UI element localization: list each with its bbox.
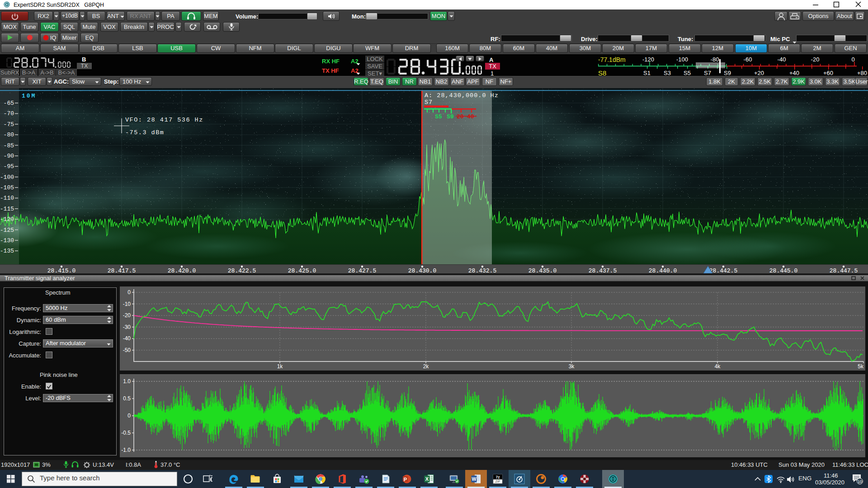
svg-text:S3: S3 (664, 70, 671, 76)
svg-text:-125: -125 (0, 227, 14, 234)
svg-text:-130: -130 (0, 237, 14, 244)
svg-text:28.442.5: 28.442.5 (709, 267, 737, 274)
svg-text:-1.0: -1.0 (121, 447, 131, 453)
svg-text:28.440.0: 28.440.0 (649, 267, 677, 274)
svg-text:-40: -40 (778, 56, 786, 63)
svg-text:10M: 10M (22, 93, 36, 99)
svg-text:-77.1dBm: -77.1dBm (598, 56, 626, 63)
svg-text:-30: -30 (123, 324, 131, 330)
svg-text:X: X (425, 476, 429, 482)
svg-text:-85: -85 (4, 142, 14, 149)
svg-text:28.427.5: 28.427.5 (348, 267, 376, 274)
svg-text:-75: -75 (4, 121, 14, 128)
svg-text:+40: +40 (789, 70, 799, 76)
svg-text:-75.3 dBm: -75.3 dBm (125, 129, 164, 136)
svg-text:28.425.0: 28.425.0 (288, 267, 316, 274)
svg-text:+20: +20 (754, 70, 764, 76)
svg-text:0: 0 (127, 413, 131, 419)
svg-text:28.422.5: 28.422.5 (228, 267, 256, 274)
svg-text:-10: -10 (123, 301, 131, 307)
svg-text:28.420.0: 28.420.0 (168, 267, 196, 274)
svg-text:-80: -80 (711, 56, 719, 63)
svg-text:28.415.0: 28.415.0 (47, 267, 75, 274)
svg-text:-100: -100 (676, 56, 688, 63)
svg-text:-65: -65 (4, 100, 14, 107)
svg-text:-100: -100 (0, 174, 14, 181)
svg-text:ZIP: ZIP (495, 480, 500, 483)
svg-text:S9: S9 (724, 70, 731, 76)
svg-text:-80: -80 (4, 131, 14, 138)
svg-text:10: 10 (858, 479, 862, 484)
svg-text:20: 20 (457, 113, 464, 120)
svg-text:28.445.0: 28.445.0 (769, 267, 797, 274)
svg-text:5k: 5k (858, 363, 864, 370)
svg-text:28.437.5: 28.437.5 (589, 267, 617, 274)
svg-text:-20: -20 (811, 56, 820, 63)
svg-text:P: P (404, 477, 407, 482)
svg-text:+60: +60 (823, 70, 833, 76)
svg-text:0: 0 (127, 289, 131, 296)
svg-text:28.417.5: 28.417.5 (108, 267, 136, 274)
svg-text:-40: -40 (123, 335, 131, 342)
svg-text:0.5: 0.5 (123, 395, 131, 402)
svg-text:28.447.5: 28.447.5 (830, 267, 858, 274)
svg-text:-70: -70 (4, 110, 14, 117)
svg-text:7z: 7z (496, 475, 500, 479)
svg-text:S5: S5 (435, 113, 442, 120)
svg-text:1k: 1k (277, 363, 283, 370)
svg-text:4k: 4k (715, 363, 721, 370)
svg-text:-120: -120 (0, 216, 14, 223)
svg-text:3k: 3k (569, 363, 575, 370)
svg-text:-135: -135 (0, 248, 14, 254)
svg-text:-105: -105 (0, 184, 14, 191)
svg-text:-95: -95 (4, 163, 14, 170)
svg-text:S5: S5 (684, 70, 691, 76)
svg-text:-60: -60 (744, 56, 752, 63)
svg-text:-0.5: -0.5 (121, 430, 131, 436)
svg-text:S1: S1 (643, 70, 651, 76)
svg-text:2k: 2k (423, 363, 429, 370)
svg-text:S7: S7 (704, 70, 711, 76)
svg-text:W: W (472, 476, 476, 482)
svg-text:40: 40 (467, 113, 474, 120)
svg-text:+80: +80 (857, 70, 867, 76)
svg-text:A: 28,430,000.0 Hz: A: 28,430,000.0 Hz (425, 92, 499, 99)
svg-text:1.0: 1.0 (123, 378, 131, 385)
svg-text:28.432.5: 28.432.5 (468, 267, 496, 274)
svg-text:-115: -115 (0, 206, 14, 212)
svg-text:-90: -90 (4, 153, 14, 160)
svg-text:-20: -20 (123, 312, 131, 319)
svg-text:28.435.0: 28.435.0 (528, 267, 557, 274)
svg-text:-110: -110 (0, 195, 14, 202)
svg-text:28.430.0: 28.430.0 (408, 267, 436, 274)
svg-text:-120: -120 (642, 56, 654, 63)
svg-text:S7: S7 (425, 99, 433, 106)
svg-text:VFO: 28 417 536 Hz: VFO: 28 417 536 Hz (125, 117, 203, 123)
svg-text:S9: S9 (447, 113, 454, 120)
svg-text:-50: -50 (123, 347, 131, 353)
